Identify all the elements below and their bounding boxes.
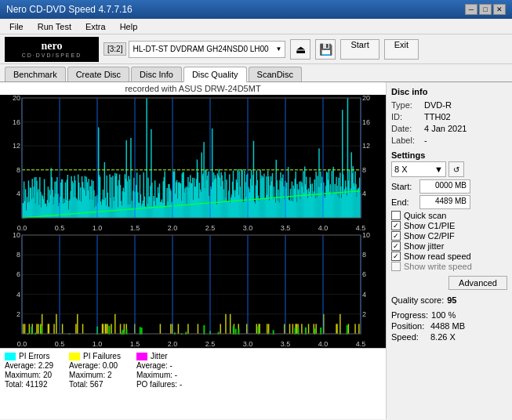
- top-chart-canvas: [0, 95, 383, 232]
- legend-pi-errors-title: PI Errors: [5, 352, 53, 360]
- pi-failures-avg: Average: 0.00: [69, 361, 121, 370]
- pi-errors-avg: Average: 2.29: [5, 361, 53, 370]
- disc-label-row: Label: -: [391, 136, 507, 145]
- pi-failures-color-box: [69, 353, 80, 360]
- disc-id-value: TTH02: [424, 112, 451, 121]
- quick-scan-label: Quick scan: [404, 211, 446, 220]
- show-jitter-label: Show jitter: [404, 241, 444, 251]
- start-button[interactable]: Start: [340, 39, 379, 60]
- menu-extra[interactable]: Extra: [79, 20, 112, 33]
- show-write-speed-label: Show write speed: [404, 262, 472, 271]
- quick-scan-checkbox[interactable]: [391, 211, 401, 220]
- speed-row: 8 X ▼ ↺: [391, 161, 507, 177]
- tab-scan-disc[interactable]: ScanDisc: [249, 67, 302, 81]
- show-c2-pif-checkbox[interactable]: [391, 231, 401, 241]
- quick-scan-row[interactable]: Quick scan: [391, 211, 507, 220]
- minimize-button[interactable]: ─: [465, 4, 478, 15]
- disc-type-value: DVD-R: [424, 100, 452, 110]
- show-c1-pie-label: Show C1/PIE: [404, 221, 455, 230]
- exit-button[interactable]: Exit: [384, 39, 419, 60]
- end-mb-input[interactable]: 4489 MB: [419, 195, 470, 209]
- po-failures: PO failures: -: [136, 380, 182, 389]
- advanced-btn-container: Advanced: [391, 274, 507, 290]
- tab-create-disc[interactable]: Create Disc: [67, 67, 129, 81]
- show-write-speed-row: Show write speed: [391, 262, 507, 271]
- title-bar: Nero CD-DVD Speed 4.7.7.16 ─ □ ✕: [0, 0, 512, 19]
- tab-disc-quality[interactable]: Disc Quality: [183, 67, 247, 82]
- pi-errors-color-box: [5, 353, 16, 360]
- disc-info-title: Disc info: [391, 87, 507, 96]
- jitter-avg: Average: -: [136, 361, 182, 370]
- disc-type-label: Type:: [391, 100, 421, 110]
- position-label: Position:: [391, 321, 427, 331]
- show-c1-pie-row[interactable]: Show C1/PIE: [391, 221, 507, 230]
- eject-button[interactable]: ⏏: [290, 39, 310, 60]
- pi-failures-total: Total: 567: [69, 380, 121, 389]
- advanced-button[interactable]: Advanced: [448, 276, 507, 290]
- top-chart-wrapper: [0, 95, 386, 232]
- start-mb-label: Start:: [391, 182, 416, 191]
- start-mb-input[interactable]: 0000 MB: [419, 179, 470, 194]
- show-jitter-row[interactable]: Show jitter: [391, 241, 507, 251]
- settings-group: Settings 8 X ▼ ↺ Start: 0000 MB End: 448…: [391, 150, 507, 272]
- speed-value: 8.26 X: [430, 332, 456, 342]
- end-mb-row: End: 4489 MB: [391, 195, 507, 209]
- quality-score-label: Quality score:: [391, 295, 444, 305]
- pi-errors-total: Total: 41192: [5, 380, 53, 389]
- start-mb-row: Start: 0000 MB: [391, 179, 507, 194]
- disc-id-row: ID: TTH02: [391, 112, 507, 121]
- speed-combo-arrow-icon: ▼: [434, 165, 443, 174]
- bottom-chart-canvas: [0, 232, 383, 348]
- disc-date-row: Date: 4 Jan 2021: [391, 124, 507, 133]
- show-c1-pie-checkbox[interactable]: [391, 221, 401, 230]
- drive-combo-value: HL-DT-ST DVDRAM GH24NSD0 LH00: [133, 45, 268, 53]
- maximize-button[interactable]: □: [479, 4, 492, 15]
- quality-score-value: 95: [447, 295, 456, 305]
- progress-label: Progress:: [391, 310, 428, 320]
- progress-value: 100 %: [431, 310, 456, 320]
- tab-disc-info[interactable]: Disc Info: [131, 67, 182, 81]
- speed-combo[interactable]: 8 X ▼: [391, 161, 446, 177]
- menu-file[interactable]: File: [3, 20, 30, 33]
- disc-label-value: -: [424, 136, 427, 145]
- show-read-speed-row[interactable]: Show read speed: [391, 252, 507, 261]
- menu-run-test[interactable]: Run Test: [31, 20, 78, 33]
- speed-row-progress: Speed: 8.26 X: [391, 332, 507, 342]
- pi-failures-max: Maximum: 2: [69, 371, 121, 379]
- show-read-speed-checkbox[interactable]: [391, 252, 401, 261]
- title-bar-title: Nero CD-DVD Speed 4.7.7.16: [6, 4, 133, 15]
- menu-help[interactable]: Help: [114, 20, 144, 33]
- pi-errors-max: Maximum: 20: [5, 371, 53, 379]
- disc-date-value: 4 Jan 2021: [424, 124, 467, 133]
- legend-jitter-title: Jitter: [136, 352, 182, 360]
- position-row: Position: 4488 MB: [391, 321, 507, 331]
- show-c2-pif-row[interactable]: Show C2/PIF: [391, 231, 507, 241]
- pi-errors-label: PI Errors: [19, 352, 49, 360]
- drive-combo[interactable]: HL-DT-ST DVDRAM GH24NSD0 LH00 ▼: [129, 41, 285, 58]
- show-jitter-checkbox[interactable]: [391, 241, 401, 251]
- app-title: Nero CD-DVD Speed 4.7.7.16: [6, 4, 133, 15]
- tabs: Benchmark Create Disc Disc Info Disc Qua…: [0, 64, 512, 82]
- sidebar: Disc info Type: DVD-R ID: TTH02 Date: 4 …: [387, 82, 512, 419]
- progress-section: Progress: 100 % Position: 4488 MB Speed:…: [391, 310, 507, 342]
- save-button[interactable]: 💾: [315, 39, 336, 60]
- main-content: recorded with ASUS DRW-24D5MT PI Errors …: [0, 82, 512, 419]
- show-read-speed-label: Show read speed: [404, 252, 471, 261]
- jitter-label: Jitter: [151, 352, 168, 360]
- speed-combo-value: 8 X: [394, 165, 408, 174]
- menu-bar: File Run Test Extra Help: [0, 19, 512, 34]
- legend-pi-errors: PI Errors Average: 2.29 Maximum: 20 Tota…: [5, 352, 53, 389]
- nero-logo-text: nero: [42, 40, 63, 52]
- progress-row: Progress: 100 %: [391, 310, 507, 320]
- drive-selector: [3:2] HL-DT-ST DVDRAM GH24NSD0 LH00 ▼: [103, 41, 285, 58]
- legend-pi-failures: PI Failures Average: 0.00 Maximum: 2 Tot…: [69, 352, 121, 389]
- close-button[interactable]: ✕: [493, 4, 506, 15]
- disc-date-label: Date:: [391, 124, 421, 133]
- disc-label-label: Label:: [391, 136, 421, 145]
- tab-benchmark[interactable]: Benchmark: [5, 67, 66, 81]
- toolbar: nero CD·DVD/SPEED [3:2] HL-DT-ST DVDRAM …: [0, 34, 512, 64]
- jitter-max: Maximum: -: [136, 371, 182, 379]
- disc-type-row: Type: DVD-R: [391, 100, 507, 110]
- chart-title: recorded with ASUS DRW-24D5MT: [0, 82, 386, 95]
- reset-button[interactable]: ↺: [448, 161, 464, 177]
